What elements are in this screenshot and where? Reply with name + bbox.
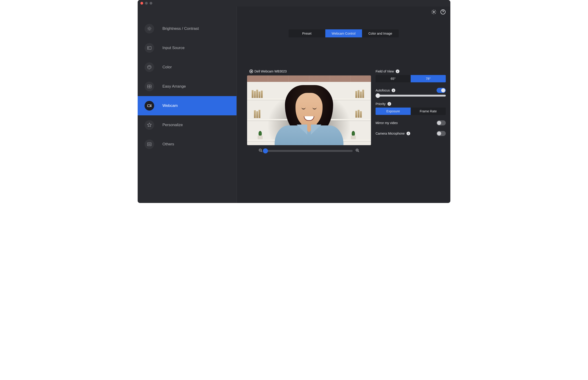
info-icon[interactable]: i (396, 70, 399, 73)
sidebar-item-label: Webcam (162, 103, 178, 108)
app-window: Brightness / Contrast Input Source Color… (138, 0, 450, 203)
camera-mic-label: Camera Microphone (375, 132, 405, 135)
sidebar-item-label: Personalize (162, 123, 183, 127)
svg-rect-6 (148, 105, 150, 107)
tab-color-and-image[interactable]: Color and Image (362, 29, 399, 37)
record-icon (249, 70, 253, 73)
mirror-label: Mirror my video (375, 121, 398, 125)
autofocus-toggle[interactable] (437, 88, 446, 93)
priority-option-exposure[interactable]: Exposure (375, 108, 411, 115)
sidebar-item-webcam[interactable]: Webcam (138, 96, 236, 115)
tab-webcam-control[interactable]: Webcam Control (325, 29, 362, 37)
priority-segmented-control: Exposure Frame Rate (375, 108, 446, 115)
main-panel: Preset Webcam Control Color and Image De… (237, 6, 450, 203)
settings-button[interactable] (431, 9, 437, 15)
sidebar-item-label: Brightness / Contrast (162, 26, 199, 31)
sidebar-item-label: Others (162, 142, 174, 147)
webcam-icon (145, 101, 154, 111)
window-minimize-button[interactable] (145, 2, 148, 5)
zoom-in-icon (355, 148, 359, 152)
camera-mic-toggle[interactable] (437, 131, 446, 136)
zoom-slider[interactable] (265, 150, 353, 152)
sidebar-item-personalize[interactable]: Personalize (138, 115, 236, 135)
sidebar-item-label: Easy Arrange (162, 84, 186, 89)
gear-icon (431, 9, 437, 15)
color-icon (145, 62, 154, 72)
fov-option-65[interactable]: 65° (375, 75, 411, 82)
priority-option-framerate[interactable]: Frame Rate (411, 108, 446, 115)
help-icon (440, 9, 446, 15)
fov-label: Field of View (375, 70, 394, 73)
autofocus-slider[interactable] (375, 95, 446, 96)
autofocus-label: Autofocus (375, 89, 390, 92)
svg-point-4 (150, 67, 151, 67)
others-icon (145, 139, 154, 149)
sidebar-item-input-source[interactable]: Input Source (138, 38, 236, 57)
info-icon[interactable]: i (392, 89, 395, 92)
sidebar-item-label: Color (162, 65, 172, 70)
sidebar-item-others[interactable]: Others (138, 135, 236, 154)
zoom-out-icon (258, 148, 263, 152)
tab-preset[interactable]: Preset (289, 29, 325, 37)
input-source-icon (145, 43, 154, 53)
autofocus-slider-thumb[interactable] (375, 93, 380, 98)
info-icon[interactable]: i (407, 132, 410, 135)
tabs: Preset Webcam Control Color and Image (289, 29, 399, 37)
sidebar-item-easy-arrange[interactable]: Easy Arrange (138, 77, 236, 96)
zoom-slider-thumb[interactable] (263, 148, 268, 153)
priority-label: Priority (375, 102, 386, 106)
svg-point-3 (149, 66, 150, 67)
svg-point-0 (148, 28, 150, 29)
fov-segmented-control: 65° 78° (375, 75, 446, 82)
mirror-toggle[interactable] (437, 120, 446, 125)
brightness-icon (145, 24, 154, 34)
zoom-out-button[interactable] (258, 148, 263, 153)
sidebar: Brightness / Contrast Input Source Color… (138, 6, 237, 203)
fov-option-78[interactable]: 78° (411, 75, 446, 82)
titlebar (138, 0, 450, 6)
info-icon[interactable]: i (388, 102, 391, 106)
sidebar-item-brightness-contrast[interactable]: Brightness / Contrast (138, 19, 236, 38)
help-button[interactable] (440, 9, 446, 15)
svg-point-2 (148, 67, 149, 67)
zoom-in-button[interactable] (355, 148, 359, 153)
sidebar-item-color[interactable]: Color (138, 57, 236, 77)
svg-point-8 (433, 11, 434, 13)
webcam-preview (247, 76, 371, 145)
camera-label: Dell Webcam WB3023 (249, 70, 371, 73)
camera-name: Dell Webcam WB3023 (255, 70, 287, 73)
window-close-button[interactable] (140, 2, 143, 5)
personalize-icon (145, 120, 154, 130)
sidebar-item-label: Input Source (162, 46, 184, 50)
window-maximize-button[interactable] (150, 2, 152, 5)
easy-arrange-icon (145, 82, 154, 91)
